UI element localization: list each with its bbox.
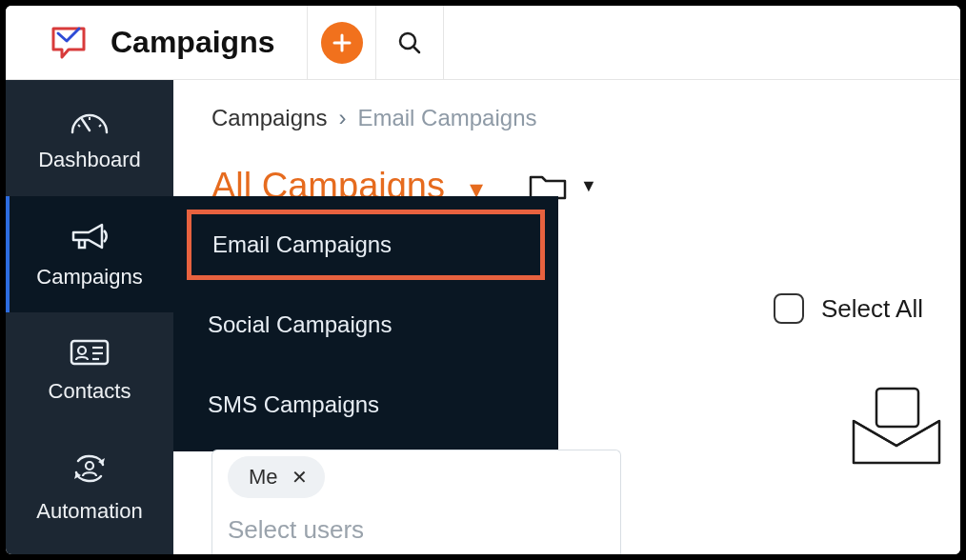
submenu-item-label: Email Campaigns — [212, 231, 392, 258]
sidebar-item-contacts[interactable]: Contacts — [6, 312, 173, 429]
submenu-item-sms-campaigns[interactable]: SMS Campaigns — [187, 370, 545, 440]
plus-icon — [321, 22, 363, 64]
sidebar-item-label: Dashboard — [38, 148, 141, 172]
svg-point-13 — [86, 462, 93, 470]
add-button[interactable] — [307, 6, 375, 79]
automation-icon — [69, 450, 111, 488]
svg-line-3 — [78, 125, 80, 127]
campaigns-submenu: Email Campaigns Social Campaigns SMS Cam… — [173, 196, 558, 451]
breadcrumb: Campaigns › Email Campaigns — [211, 105, 928, 131]
breadcrumb-item[interactable]: Email Campaigns — [357, 105, 536, 131]
sidebar-item-automation[interactable]: Automation — [6, 429, 173, 545]
select-users-input[interactable]: Select users — [228, 515, 605, 545]
sidebar-item-label: Automation — [36, 499, 142, 524]
svg-line-5 — [99, 125, 101, 127]
sidebar: Dashboard Campaigns — [6, 80, 173, 554]
topbar: Campaigns — [6, 6, 960, 80]
chip-label: Me — [249, 465, 278, 490]
svg-line-2 — [82, 119, 90, 130]
app-frame: Campaigns — [6, 6, 960, 554]
breadcrumb-item[interactable]: Campaigns — [211, 105, 327, 131]
svg-point-7 — [78, 347, 86, 354]
submenu-item-label: Social Campaigns — [208, 311, 392, 338]
envelope-icon — [844, 383, 949, 469]
svg-line-1 — [413, 47, 419, 52]
caret-down-icon: ▼ — [580, 176, 597, 196]
chevron-right-icon: › — [338, 105, 346, 131]
top-actions — [307, 6, 444, 79]
brand: Campaigns — [6, 6, 274, 79]
submenu-item-label: SMS Campaigns — [208, 391, 379, 418]
select-all-label[interactable]: Select All — [821, 294, 923, 324]
sidebar-item-dashboard[interactable]: Dashboard — [6, 80, 173, 196]
app-title: Campaigns — [111, 25, 274, 60]
megaphone-icon — [68, 219, 111, 253]
user-chip[interactable]: Me ✕ — [228, 456, 325, 498]
search-button[interactable] — [375, 6, 444, 79]
sidebar-item-campaigns[interactable]: Campaigns — [6, 196, 173, 312]
close-icon[interactable]: ✕ — [292, 466, 308, 489]
submenu-item-social-campaigns[interactable]: Social Campaigns — [187, 290, 545, 360]
select-all-row: Select All — [774, 293, 923, 324]
brand-logo-icon — [46, 23, 95, 63]
select-all-checkbox[interactable] — [774, 293, 804, 324]
users-card: Me ✕ Select users — [211, 450, 621, 554]
search-icon — [396, 30, 423, 56]
sidebar-item-label: Campaigns — [36, 265, 142, 290]
id-card-icon — [69, 337, 111, 368]
svg-rect-14 — [876, 389, 918, 427]
sidebar-item-label: Contacts — [49, 379, 131, 404]
submenu-item-email-campaigns[interactable]: Email Campaigns — [187, 210, 545, 280]
gauge-icon — [69, 104, 111, 136]
